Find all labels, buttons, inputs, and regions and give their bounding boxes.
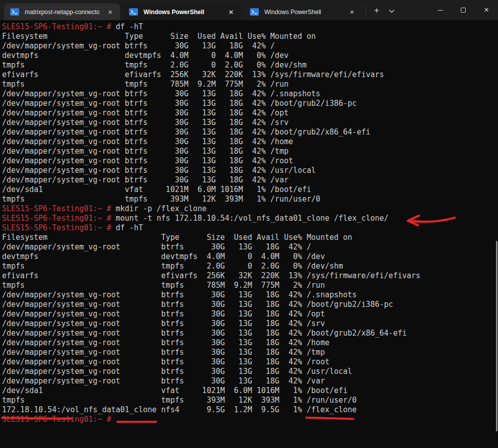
maximize-icon — [461, 8, 466, 13]
shell-prompt: SLES15-SP6-Testing01:~ # — [2, 22, 116, 31]
scrollbar-thumb[interactable] — [496, 241, 497, 431]
terminal-command-line: SLES15-SP6-Testing01:~ # df -hT — [2, 22, 498, 32]
terminal-output[interactable]: SLES15-SP6-Testing01:~ # df -hTFilesyste… — [0, 20, 498, 448]
terminal-output-line: tmpfs tmpfs 785M 9.2M 775M 2% /run — [2, 80, 498, 89]
terminal-output-line: /dev/mapper/system_vg-root btrfs 30G 13G… — [2, 156, 498, 166]
shell-command: df -hT — [116, 22, 143, 31]
terminal-output-line: /dev/mapper/system_vg-root btrfs 30G 13G… — [2, 175, 498, 185]
terminal-output-line: /dev/mapper/system_vg-root btrfs 30G 13G… — [2, 147, 498, 156]
terminal-output-line: /dev/sda1 vfat 1021M 6.0M 1016M 1% /boot… — [2, 386, 498, 396]
tab-close-icon[interactable]: × — [346, 7, 358, 18]
tab-windows-powershell-active[interactable]: Windows PowerShell × — [123, 4, 241, 20]
terminal-output-line: tmpfs tmpfs 393M 12K 393M 1% /run/user/0 — [2, 195, 498, 204]
terminal-output-line: /dev/mapper/system_vg-root btrfs 30G 13G… — [2, 41, 498, 51]
shell-prompt: SLES15-SP6-Testing01:~ # — [2, 204, 116, 213]
tab-label: Windows PowerShell — [264, 9, 341, 16]
powershell-icon — [129, 8, 138, 16]
tab-matrixpost-netapp-connector[interactable]: matrixpost-netapp-connector( × — [4, 4, 120, 20]
terminal-output-line: /dev/mapper/system_vg-root btrfs 30G 13G… — [2, 108, 498, 118]
terminal-output-line: /dev/mapper/system_vg-root btrfs 30G 13G… — [2, 329, 498, 338]
minimize-button[interactable] — [429, 0, 452, 20]
terminal-output-line: tmpfs tmpfs 393M 12K 393M 1% /run/user/0 — [2, 396, 498, 405]
terminal-output-line: devtmpfs devtmpfs 4.0M 0 4.0M 0% /dev — [2, 51, 498, 60]
powershell-icon — [250, 8, 259, 16]
terminal-output-line: /dev/mapper/system_vg-root btrfs 30G 13G… — [2, 309, 498, 319]
terminal-output-line: /dev/mapper/system_vg-root btrfs 30G 13G… — [2, 166, 498, 175]
shell-command: mkdir -p /flex_clone — [116, 204, 207, 213]
shell-prompt: SLES15-SP6-Testing01:~ # — [2, 214, 116, 223]
tab-close-icon[interactable]: × — [105, 7, 116, 18]
plus-icon: + — [374, 6, 379, 16]
terminal-output-line: /dev/mapper/system_vg-root btrfs 30G 13G… — [2, 348, 498, 357]
shell-prompt: SLES15-SP6-Testing01:~ # — [2, 223, 116, 232]
terminal-output-line: tmpfs tmpfs 785M 9.2M 775M 2% /run — [2, 281, 498, 290]
close-icon: × — [484, 5, 489, 15]
window-controls: × — [429, 0, 498, 20]
terminal-command-line: SLES15-SP6-Testing01:~ # — [2, 415, 498, 424]
terminal-output-line: tmpfs tmpfs 2.0G 0 2.0G 0% /dev/shm — [2, 262, 498, 271]
terminal-output-line: /dev/mapper/system_vg-root btrfs 30G 13G… — [2, 127, 498, 137]
terminal-output-line: /dev/sda1 vfat 1021M 6.0M 1016M 1% /boot… — [2, 185, 498, 195]
terminal-output-line: Filesystem Type Size Used Avail Use% Mou… — [2, 32, 498, 41]
terminal-output-line: /dev/mapper/system_vg-root btrfs 30G 13G… — [2, 357, 498, 367]
terminal-output-line: /dev/mapper/system_vg-root btrfs 30G 13G… — [2, 376, 498, 386]
terminal-output-line: devtmpfs devtmpfs 4.0M 0 4.0M 0% /dev — [2, 252, 498, 262]
terminal-output-line: /dev/mapper/system_vg-root btrfs 30G 13G… — [2, 118, 498, 127]
close-button[interactable]: × — [475, 0, 498, 20]
tab-label: matrixpost-netapp-connector( — [25, 9, 99, 16]
terminal-output-line: /dev/mapper/system_vg-root btrfs 30G 13G… — [2, 99, 498, 108]
shell-command: df -hT — [116, 223, 143, 232]
terminal-output-line: tmpfs tmpfs 2.0G 0 2.0G 0% /dev/shm — [2, 60, 498, 70]
terminal-output-line: 172.18.10.54:/vol_nfs_data01_clone nfs4 … — [2, 405, 498, 415]
tab-label: Windows PowerShell — [144, 9, 220, 16]
terminal-output-line: /dev/mapper/system_vg-root btrfs 30G 13G… — [2, 137, 498, 147]
terminal-output-line: /dev/mapper/system_vg-root btrfs 30G 13G… — [2, 89, 498, 99]
annotation-arrow-icon — [398, 212, 461, 228]
tab-close-icon[interactable]: × — [226, 7, 237, 18]
minimize-icon — [438, 10, 443, 11]
maximize-button[interactable] — [452, 0, 475, 20]
terminal-output-line: /dev/mapper/system_vg-root btrfs 30G 13G… — [2, 290, 498, 300]
tab-dropdown-button[interactable] — [385, 4, 399, 17]
terminal-output-line: /dev/mapper/system_vg-root btrfs 30G 13G… — [2, 367, 498, 376]
terminal-output-line: efivarfs efivarfs 256K 32K 220K 13% /sys… — [2, 70, 498, 80]
chevron-down-icon — [389, 6, 395, 16]
tab-windows-powershell[interactable]: Windows PowerShell × — [244, 4, 362, 20]
terminal-output-line: /dev/mapper/system_vg-root btrfs 30G 13G… — [2, 319, 498, 329]
terminal-output-line: Filesystem Type Size Used Avail Use% Mou… — [2, 233, 498, 242]
shell-command: mount -t nfs 172.18.10.54:/vol_nfs_data0… — [116, 214, 389, 223]
terminal-output-line: efivarfs efivarfs 256K 32K 220K 13% /sys… — [2, 271, 498, 281]
title-bar: matrixpost-netapp-connector( × Windows P… — [0, 0, 498, 20]
terminal-output-line: /dev/mapper/system_vg-root btrfs 30G 13G… — [2, 300, 498, 309]
terminal-output-line: /dev/mapper/system_vg-root btrfs 30G 13G… — [2, 242, 498, 252]
terminal-output-line: /dev/mapper/system_vg-root btrfs 30G 13G… — [2, 338, 498, 348]
terminal-window: matrixpost-netapp-connector( × Windows P… — [0, 0, 498, 448]
tab-separator — [366, 6, 366, 15]
annotation-underline-nfs-source-end — [116, 421, 157, 423]
powershell-icon — [10, 8, 19, 16]
new-tab-button[interactable]: + — [370, 4, 384, 17]
